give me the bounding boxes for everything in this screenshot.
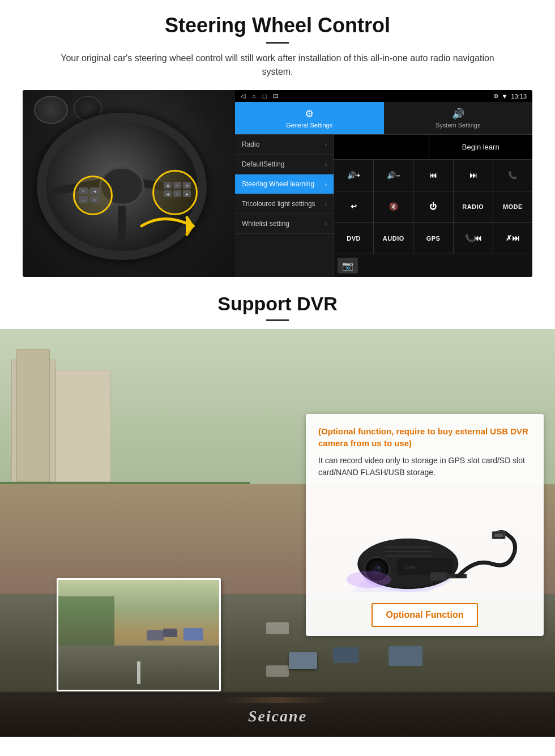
dvr-title: Support DVR	[0, 293, 555, 315]
ctrl-btn-hang-next[interactable]: ✗⏭	[493, 223, 532, 254]
thumb-road-line	[137, 661, 140, 684]
steering-description: Your original car's steering wheel contr…	[45, 52, 510, 79]
dvr-content: Seicane (Optional function, require to b…	[0, 329, 555, 737]
ctrl-btn-vol-down[interactable]: 🔊–	[374, 160, 413, 191]
general-settings-icon: ⚙	[305, 108, 314, 120]
dvr-description: It can record video only to storage in G…	[318, 455, 531, 479]
menu-tricoloured-label: Tricoloured light settings	[242, 200, 315, 208]
menu-radio-arrow: ›	[325, 142, 327, 148]
dvr-optional-note: (Optional function, require to buy exter…	[318, 425, 531, 449]
ctrl-btn-audio[interactable]: AUDIO	[374, 223, 413, 254]
vehicle-3	[388, 646, 422, 666]
ctrl-btn-call-prev[interactable]: 📞⏮	[454, 223, 493, 254]
svg-rect-14	[445, 574, 467, 578]
tab-general-settings[interactable]: ⚙ General Settings	[235, 102, 384, 134]
ctrl-btn-mode[interactable]: MODE	[493, 191, 532, 223]
ctrl-btn-vol-up[interactable]: 🔊+	[334, 160, 373, 191]
dvr-thumbnail	[57, 578, 221, 691]
ctrl-btn-prev[interactable]: ⏮	[413, 160, 452, 191]
android-statusbar: ◁ ○ □ ⊟ ⊕ ▼ 13:13	[235, 90, 532, 102]
recent-btn[interactable]: □	[263, 93, 267, 100]
menu-area: Radio › DefaultSetting › Steering Wheel …	[235, 135, 532, 277]
tab-system-label: System Settings	[436, 122, 480, 129]
menu-radio-label: Radio	[242, 140, 259, 148]
back-btn[interactable]: ◁	[241, 92, 245, 100]
ctrl-btn-power[interactable]: ⏻	[413, 191, 452, 223]
android-tabs: ⚙ General Settings 🔊 System Settings	[235, 102, 532, 135]
ctrl-btn-dvd[interactable]: DVD	[334, 223, 373, 254]
tab-system-settings[interactable]: 🔊 System Settings	[384, 102, 533, 134]
svg-text:DVR: DVR	[405, 565, 416, 570]
ctrl-btn-mute[interactable]: 🔇	[374, 191, 413, 223]
dvr-infobox: (Optional function, require to buy exter…	[306, 414, 544, 636]
svg-rect-17	[494, 533, 503, 537]
menu-item-tricoloured[interactable]: Tricoloured light settings ›	[235, 194, 334, 214]
menu-whitelist-label: Whitelist setting	[242, 220, 289, 228]
menu-item-whitelist[interactable]: Whitelist setting ›	[235, 214, 334, 234]
dvr-title-divider	[266, 319, 289, 321]
tab-general-label: General Settings	[286, 122, 332, 129]
menu-default-arrow: ›	[325, 161, 327, 168]
ctrl-btn-radio[interactable]: RADIO	[454, 191, 493, 223]
menu-tricoloured-arrow: ›	[325, 201, 327, 207]
android-ui-panel: ◁ ○ □ ⊟ ⊕ ▼ 13:13 ⚙ General Settings 🔊 S…	[235, 90, 532, 277]
system-settings-icon: 🔊	[452, 108, 464, 120]
svg-point-10	[378, 567, 380, 569]
home-btn[interactable]: ○	[252, 93, 256, 100]
page-title: Steering Wheel Control	[23, 14, 532, 37]
demo-container: + ◀ – ↩ ◉ + ⚙ ◀	[23, 90, 532, 277]
dvr-camera-svg: DVR	[318, 490, 531, 598]
status-time: 13:13	[511, 93, 527, 100]
menu-item-radio[interactable]: Radio ›	[235, 135, 334, 155]
menu-steering-arrow: ›	[325, 181, 327, 187]
ctrl-btn-hangup[interactable]: ↩	[334, 191, 373, 223]
vehicle-2	[333, 647, 358, 663]
ctrl-btn-call[interactable]: 📞	[493, 160, 532, 191]
wifi-icon: ▼	[502, 93, 508, 100]
ctrl-btn-next[interactable]: ⏭	[454, 160, 493, 191]
learn-panel: Begin learn 🔊+ 🔊– ⏮ ⏭ 📞 ↩ 🔇 ⏻ RADIO MODE	[334, 135, 532, 277]
menu-steering-label: Steering Wheel learning	[242, 180, 314, 188]
seicane-watermark: Seicane	[248, 707, 307, 725]
ctrl-btn-gps[interactable]: GPS	[413, 223, 452, 254]
control-button-grid: 🔊+ 🔊– ⏮ ⏭ 📞 ↩ 🔇 ⏻ RADIO MODE DVD AUDIO G…	[334, 160, 532, 254]
begin-learn-row: Begin learn	[334, 135, 532, 160]
title-divider	[266, 42, 289, 44]
optional-function-button[interactable]: Optional Function	[372, 603, 479, 627]
menu-item-steering-wheel[interactable]: Steering Wheel learning ›	[235, 174, 334, 194]
menu-btn[interactable]: ⊟	[273, 92, 278, 100]
vehicle-1	[289, 652, 317, 669]
menu-whitelist-arrow: ›	[325, 221, 327, 227]
gps-icon: ⊕	[493, 92, 498, 100]
steering-photo: + ◀ – ↩ ◉ + ⚙ ◀	[23, 90, 235, 277]
steering-section: Steering Wheel Control Your original car…	[0, 0, 555, 277]
menu-default-label: DefaultSetting	[242, 160, 284, 168]
dvr-section: Support DVR	[0, 277, 555, 737]
menu-list: Radio › DefaultSetting › Steering Wheel …	[235, 135, 334, 277]
learn-empty-area	[334, 135, 429, 159]
pointing-arrow	[136, 206, 215, 246]
svg-point-18	[346, 571, 391, 588]
begin-learn-button[interactable]: Begin learn	[429, 135, 533, 159]
dvr-icon-small: 📷	[338, 258, 358, 274]
dvr-product-image: DVR	[318, 488, 531, 601]
menu-item-defaultsetting[interactable]: DefaultSetting ›	[235, 155, 334, 174]
